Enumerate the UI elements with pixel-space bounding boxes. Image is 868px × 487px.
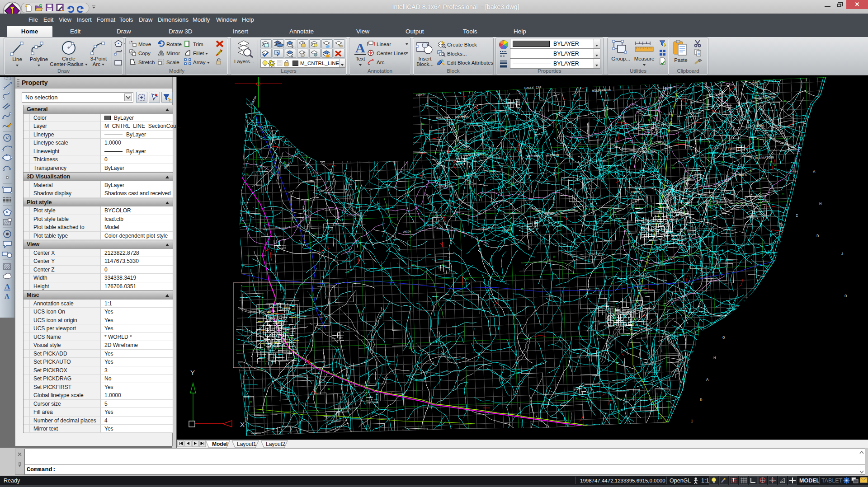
svg-text:25: 25: [381, 267, 384, 269]
svg-text:J: J: [841, 252, 843, 257]
svg-text:20: 20: [314, 232, 317, 235]
svg-text:27: 27: [634, 121, 637, 123]
svg-text:AREA: AREA: [739, 173, 747, 177]
svg-text:I: I: [796, 214, 798, 218]
svg-text:20: 20: [642, 129, 645, 131]
svg-text:14: 14: [641, 137, 643, 140]
svg-text:25: 25: [521, 288, 524, 290]
svg-text:D: D: [700, 398, 702, 403]
svg-text:H: H: [819, 202, 821, 206]
svg-text:19: 19: [509, 125, 512, 128]
svg-text:31: 31: [668, 268, 671, 271]
svg-text:11: 11: [671, 164, 674, 166]
svg-text:15: 15: [510, 183, 513, 185]
svg-text:13: 13: [644, 291, 647, 294]
svg-text:16: 16: [358, 311, 361, 314]
svg-text:11: 11: [247, 255, 250, 258]
svg-text:16: 16: [571, 112, 574, 115]
svg-text:X: X: [240, 421, 245, 428]
svg-text:WALLOWA - WHITMAN: WALLOWA - WHITMAN: [436, 115, 469, 120]
svg-text:NATIONAL: NATIONAL: [750, 124, 765, 128]
svg-text:28: 28: [347, 271, 349, 274]
svg-text:24: 24: [477, 240, 480, 243]
svg-text:24: 24: [653, 264, 656, 267]
svg-text:A: A: [355, 40, 365, 55]
svg-text:30: 30: [260, 368, 263, 371]
svg-text:15: 15: [553, 255, 556, 258]
svg-text:21: 21: [750, 169, 752, 172]
svg-text:11: 11: [782, 193, 784, 196]
svg-text:36: 36: [246, 173, 249, 176]
svg-text:A: A: [5, 293, 9, 300]
svg-text:34: 34: [492, 119, 495, 122]
svg-text:COUNTY: COUNTY: [416, 93, 426, 97]
svg-text:WALLOWA - WHITMAN: WALLOWA - WHITMAN: [527, 154, 559, 158]
svg-text:UNION: UNION: [251, 95, 257, 104]
svg-text:Layout2: Layout2: [266, 441, 285, 447]
svg-text:A: A: [813, 170, 816, 174]
svg-text:14: 14: [311, 276, 314, 279]
svg-text:14: 14: [422, 123, 425, 126]
svg-text:COUNTY: COUNTY: [750, 81, 760, 84]
svg-text:UNION: UNION: [403, 230, 411, 234]
svg-text:23: 23: [622, 120, 624, 122]
svg-text:FOREST: FOREST: [631, 190, 642, 194]
svg-text:20: 20: [553, 336, 556, 339]
svg-text:26: 26: [672, 167, 675, 169]
svg-text:12: 12: [523, 205, 526, 208]
svg-text:RECREATION: RECREATION: [755, 156, 774, 160]
svg-text:AREA: AREA: [665, 86, 673, 90]
svg-text:36: 36: [575, 397, 578, 400]
svg-text:Model: Model: [212, 441, 228, 447]
svg-text:11: 11: [328, 388, 330, 390]
svg-text:20: 20: [774, 164, 777, 166]
svg-text:FOREST: FOREST: [728, 147, 739, 151]
svg-text:25: 25: [409, 347, 411, 349]
svg-text:Layout1: Layout1: [237, 441, 256, 447]
svg-text:Y: Y: [190, 369, 195, 376]
svg-text:31: 31: [333, 373, 335, 376]
svg-text:25: 25: [672, 208, 675, 211]
svg-text:22: 22: [284, 162, 287, 164]
svg-text:EAGLE CAP: EAGLE CAP: [524, 86, 542, 90]
svg-text:19: 19: [784, 100, 787, 103]
svg-text:24: 24: [770, 161, 773, 164]
svg-text:33: 33: [442, 263, 444, 266]
svg-text:23: 23: [469, 209, 472, 212]
svg-text:14: 14: [648, 119, 651, 122]
svg-text:I: I: [691, 419, 693, 424]
svg-text:18: 18: [683, 378, 685, 380]
svg-text:NATIONAL: NATIONAL: [468, 153, 483, 157]
svg-text:36: 36: [667, 213, 670, 215]
svg-text:31: 31: [526, 103, 529, 105]
svg-text:23: 23: [709, 125, 712, 128]
svg-text:33: 33: [700, 299, 703, 301]
svg-text:A: A: [706, 378, 709, 382]
svg-text:29: 29: [649, 205, 651, 208]
svg-text:A: A: [5, 282, 10, 291]
svg-text:29: 29: [489, 170, 491, 173]
svg-text:14: 14: [709, 322, 712, 324]
svg-text:H: H: [713, 356, 716, 361]
svg-text:27: 27: [492, 165, 495, 168]
svg-text:24: 24: [763, 177, 766, 180]
svg-text:34: 34: [660, 417, 662, 420]
svg-text:O: O: [722, 336, 725, 340]
svg-text:WILDERNESS: WILDERNESS: [592, 89, 611, 93]
svg-text:12: 12: [721, 161, 723, 164]
svg-text:26: 26: [466, 278, 469, 281]
svg-text:NATIONAL: NATIONAL: [642, 150, 657, 154]
svg-text:24: 24: [304, 278, 307, 281]
svg-text:21: 21: [611, 281, 614, 284]
svg-text:D: D: [816, 234, 819, 239]
svg-text:36: 36: [250, 400, 252, 403]
svg-text:O: O: [844, 294, 847, 299]
svg-text:18: 18: [530, 137, 533, 140]
svg-text:COUNTY: COUNTY: [502, 229, 512, 232]
svg-text:22: 22: [316, 185, 318, 187]
